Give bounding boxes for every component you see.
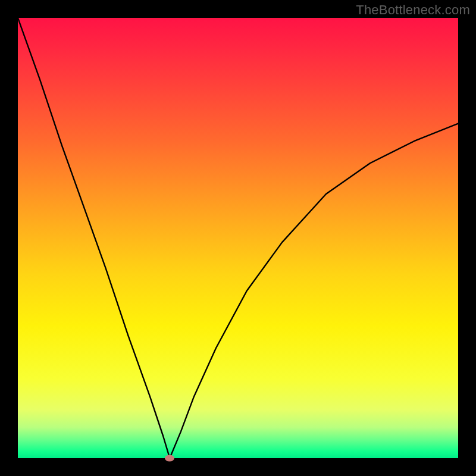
chart-container: TheBottleneck.com	[0, 0, 476, 476]
watermark-text: TheBottleneck.com	[356, 2, 470, 18]
plot-area	[18, 18, 458, 458]
optimum-marker	[165, 455, 174, 462]
curve-svg	[18, 18, 458, 458]
bottleneck-curve-path	[18, 18, 458, 458]
